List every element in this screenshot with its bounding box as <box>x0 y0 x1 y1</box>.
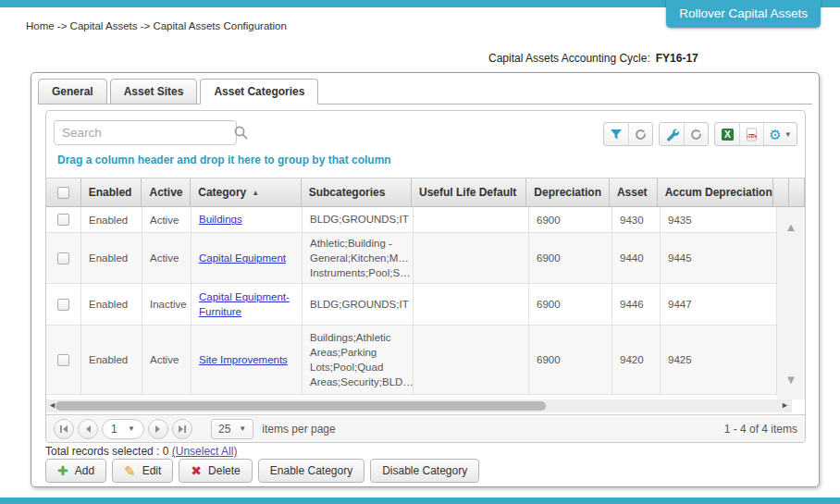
column-header-spacer <box>789 178 805 206</box>
column-header-enabled[interactable]: Enabled <box>81 178 142 206</box>
accounting-cycle-label: Capital Assets Accounting Cycle: <box>488 52 650 65</box>
edit-button[interactable]: ✎ Edit <box>112 459 173 483</box>
pager-page-value: 1 <box>111 423 117 436</box>
select-all-checkbox[interactable] <box>57 187 69 199</box>
row-checkbox[interactable] <box>57 354 69 366</box>
category-link[interactable]: Buildings <box>199 212 242 227</box>
cell-depreciation: 6900 <box>529 284 612 325</box>
search-input[interactable] <box>55 121 233 144</box>
asset-categories-grid: X PDF ⚙ ▼ Drag a column header and drop … <box>45 110 806 443</box>
accounting-cycle-value: FY16-17 <box>656 52 698 65</box>
cell-asset: 9430 <box>612 207 661 232</box>
grid-toolbar: X PDF ⚙ ▼ <box>603 122 797 146</box>
disable-category-button[interactable]: Disable Category <box>370 459 479 483</box>
caret-down-icon: ▼ <box>784 130 792 139</box>
unselect-all-link[interactable]: (Unselect All) <box>172 445 238 458</box>
capital-assets-config-panel: General Asset Sites Asset Categories <box>31 72 820 487</box>
cell-useful-life <box>414 326 529 394</box>
column-header-category[interactable]: Category ▲ <box>191 178 301 206</box>
table-row: Enabled Active Site Improvements Buildin… <box>46 326 777 395</box>
pdf-export-icon[interactable]: PDF <box>739 123 763 145</box>
scroll-right-icon[interactable]: ► <box>781 400 789 410</box>
cell-active: Active <box>142 207 191 232</box>
cell-active: Active <box>142 233 191 283</box>
search-icon <box>233 125 249 141</box>
cell-subcategories: Buildings;Athletic Areas;Parking Lots;Po… <box>303 326 414 394</box>
row-checkbox[interactable] <box>57 252 69 264</box>
tab-asset-sites[interactable]: Asset Sites <box>110 79 198 104</box>
pager-previous-button[interactable] <box>78 419 98 439</box>
horizontal-scroll-thumb[interactable] <box>56 401 546 411</box>
row-checkbox[interactable] <box>57 214 69 226</box>
cell-useful-life <box>414 284 529 325</box>
cell-active: Inactive <box>142 284 191 325</box>
column-header-depreciation[interactable]: Depreciation <box>526 178 610 206</box>
settings-refresh-icon[interactable] <box>684 123 708 145</box>
cell-asset: 9440 <box>612 233 661 283</box>
filter-icon[interactable] <box>604 123 628 145</box>
row-checkbox[interactable] <box>57 299 69 311</box>
rollover-capital-assets-button[interactable]: Rollover Capital Assets <box>666 0 821 28</box>
plus-icon: ✚ <box>57 464 68 477</box>
column-header-accum-depreciation[interactable]: Accum Depreciation <box>658 178 773 206</box>
delete-x-icon: ✖ <box>191 464 202 477</box>
table-row: Enabled Inactive Capital Equipment-Furni… <box>46 284 777 326</box>
cell-subcategories: BLDG;GROUNDS;IT <box>303 284 414 325</box>
tab-strip: General Asset Sites Asset Categories <box>38 79 812 104</box>
export-group: X PDF ⚙ ▼ <box>714 122 797 146</box>
pager-last-button[interactable] <box>172 419 192 439</box>
category-link[interactable]: Site Improvements <box>199 352 288 367</box>
items-per-page-label: items per page <box>262 423 335 436</box>
filter-group <box>603 122 653 146</box>
column-header-subcategories[interactable]: Subcategories <box>302 178 412 206</box>
pager-page-select[interactable]: 1 ▼ <box>102 419 144 439</box>
caret-down-icon: ▼ <box>128 424 135 433</box>
caret-down-icon: ▼ <box>239 424 246 433</box>
column-header-asset[interactable]: Asset <box>610 178 658 206</box>
column-header-useful-life[interactable]: Useful Life Default <box>412 178 526 206</box>
page-size-select[interactable]: 25 ▼ <box>211 419 253 439</box>
cell-useful-life <box>414 233 529 283</box>
cell-depreciation: 6900 <box>529 326 612 394</box>
delete-button[interactable]: ✖ Delete <box>179 459 252 483</box>
cell-accum-depreciation: 9425 <box>661 326 777 394</box>
cell-accum-depreciation: 9447 <box>661 284 777 325</box>
pager-first-button[interactable] <box>54 419 74 439</box>
breadcrumb[interactable]: Home -> Capital Assets -> Capital Assets… <box>26 20 287 31</box>
svg-text:PDF: PDF <box>747 133 756 139</box>
cell-enabled: Enabled <box>81 326 142 394</box>
filter-refresh-icon[interactable] <box>628 123 652 145</box>
action-buttons: ✚ Add ✎ Edit ✖ Delete Enable Category Di… <box>45 459 479 483</box>
category-link[interactable]: Capital Equipment-Furniture <box>199 289 294 319</box>
cell-depreciation: 6900 <box>529 207 612 232</box>
column-header-active[interactable]: Active <box>142 178 191 206</box>
cell-subcategories: Athletic;Building - General;Kitchen;M… I… <box>303 233 414 283</box>
gear-menu-button[interactable]: ⚙ ▼ <box>763 123 797 145</box>
wrench-icon[interactable] <box>660 123 684 145</box>
scroll-down-icon[interactable]: ▼ <box>777 373 805 387</box>
accounting-cycle: Capital Assets Accounting Cycle:FY16-17 <box>488 52 698 65</box>
category-link[interactable]: Capital Equipment <box>199 251 286 265</box>
svg-text:X: X <box>724 129 731 140</box>
cell-useful-life <box>414 207 529 232</box>
cell-subcategories: BLDG;GROUNDS;IT <box>303 207 414 232</box>
grid-body: Enabled Active Buildings BLDG;GROUNDS;IT… <box>46 207 777 395</box>
horizontal-scrollbar[interactable]: ◄ ► <box>46 400 792 412</box>
vertical-scrollbar[interactable]: ▲ ▼ <box>777 207 805 400</box>
cell-asset: 9446 <box>612 284 661 325</box>
cell-enabled: Enabled <box>81 233 142 283</box>
cell-active: Active <box>142 326 191 394</box>
pager-bar: 1 ▼ 25 ▼ items per page 1 - 4 of 4 items <box>46 414 805 442</box>
add-button[interactable]: ✚ Add <box>45 459 106 483</box>
tab-general[interactable]: General <box>38 79 107 104</box>
search-box[interactable] <box>54 120 237 145</box>
sort-ascending-icon: ▲ <box>252 189 259 197</box>
excel-export-icon[interactable]: X <box>715 123 739 145</box>
scroll-up-icon[interactable]: ▲ <box>777 220 805 234</box>
pencil-icon: ✎ <box>124 464 136 478</box>
select-all-checkbox-cell <box>46 178 81 206</box>
tab-asset-categories[interactable]: Asset Categories <box>200 79 318 104</box>
total-selected-label: Total records selected : 0 <box>45 445 168 458</box>
pager-next-button[interactable] <box>148 419 168 439</box>
enable-category-button[interactable]: Enable Category <box>258 459 364 483</box>
